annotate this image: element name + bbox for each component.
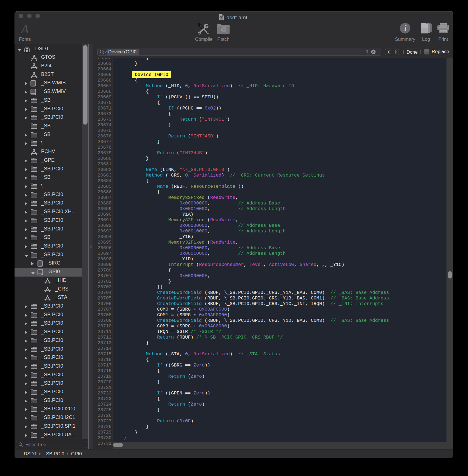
svg-text:A: A	[20, 24, 29, 35]
svg-text:i: i	[404, 24, 406, 33]
svg-text:AML: AML	[220, 18, 223, 20]
